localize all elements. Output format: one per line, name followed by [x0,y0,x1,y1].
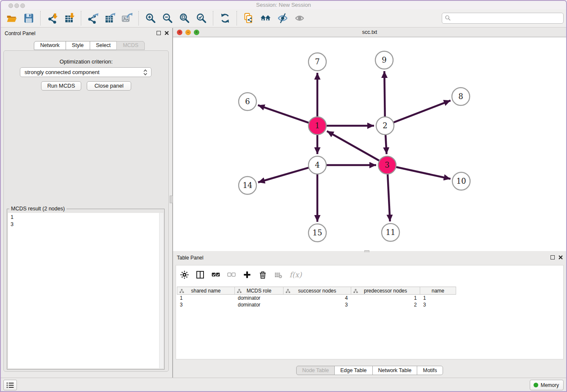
delete-column-button[interactable] [259,271,267,279]
graph-edge-3-11[interactable] [388,173,390,221]
show-task-history-button[interactable] [3,380,17,390]
column-header-MCDS-role[interactable]: MCDS role [235,287,284,295]
control-panel-tabs: NetworkStyleSelectMCDS [34,41,145,50]
column-header-name[interactable]: name [420,287,456,295]
zoom-in-button[interactable] [142,11,159,26]
graph-node-2[interactable]: 2 [376,117,394,135]
main-toolbar [0,9,567,28]
table-tab-edge-table[interactable]: Edge Table [334,366,372,375]
table-tabs: Node TableEdge TableNetwork TableMotifs [173,366,566,375]
import-table-from-file-button[interactable] [61,11,78,26]
graph-node-label-15: 15 [313,228,322,237]
table-cell[interactable]: 4 [284,295,351,301]
graph-node-4[interactable]: 4 [308,156,326,174]
table-cell[interactable]: 2 [351,301,420,308]
mcds-result-title: MCDS result (2 nodes) [9,206,66,212]
dropdown-stepper-icon [143,69,148,78]
table-cell[interactable]: dominator [235,301,284,308]
graph-node-label-7: 7 [315,57,319,66]
panel-divider-grip[interactable] [170,196,173,203]
memory-status-icon [534,383,538,387]
graph-node-8[interactable]: 8 [452,88,470,105]
column-header-successor-nodes[interactable]: successor nodes [284,287,351,295]
table-tab-motifs[interactable]: Motifs [417,366,443,375]
deselect-all-rows-button[interactable] [227,271,236,279]
new-network-from-selection-button[interactable] [240,11,257,26]
hide-selected-button[interactable] [274,11,291,26]
apply-preferred-layout-button[interactable] [217,11,234,26]
column-tree-icon [353,289,358,293]
graph-node-label-11: 11 [386,228,396,237]
graph-node-1[interactable]: 1 [308,117,326,135]
table-cell[interactable]: 3 [177,301,235,308]
table-cell[interactable]: 3 [284,301,351,308]
graph-edge-2-8[interactable] [393,100,451,123]
graph-edge-2-9[interactable] [384,71,385,118]
mcds-result-box: MCDS result (2 nodes) 1 3 [7,209,165,370]
select-first-neighbors-button[interactable] [257,11,274,26]
show-columns-button[interactable] [196,271,204,279]
float-table-panel-icon[interactable] [550,255,555,259]
graph-node-6[interactable]: 6 [239,93,256,110]
zoom-fit-content-button[interactable] [176,11,193,26]
toolbar-separator [81,11,82,25]
graph-node-label-9: 9 [382,55,386,64]
float-panel-icon[interactable] [157,31,161,35]
window-title: Session: New Session [0,2,567,8]
show-all-button [291,11,308,26]
zoom-out-button[interactable] [159,11,176,26]
mcds-result-scrollbar[interactable] [159,213,163,368]
table-cell[interactable]: 1 [177,295,235,301]
save-session-button[interactable] [20,11,37,26]
graph-edge-3-1[interactable] [327,131,380,161]
table-row-2[interactable]: 3dominator323 [177,301,456,308]
run-mcds-button[interactable]: Run MCDS [41,81,81,91]
close-panel-button[interactable]: Close panel [87,81,131,91]
export-table-button[interactable] [102,11,118,26]
select-all-rows-button[interactable] [212,271,220,279]
table-cell[interactable]: dominator [235,295,284,301]
import-network-from-file-button[interactable] [44,11,61,26]
mcds-result-textarea[interactable]: 1 3 [8,213,163,368]
status-bar: Memory [0,378,567,392]
graph-node-15[interactable]: 15 [308,224,326,242]
column-header-label: successor nodes [298,288,336,294]
close-panel-icon[interactable] [165,31,169,35]
graph-node-11[interactable]: 11 [382,224,399,241]
column-header-predecessor-nodes[interactable]: predecessor nodes [351,287,420,295]
table-tab-network-table[interactable]: Network Table [372,366,418,375]
table-tab-node-table[interactable]: Node Table [296,366,335,375]
add-column-button[interactable] [243,271,251,279]
open-file-button[interactable] [3,11,20,26]
graph-edge-1-6[interactable] [258,105,310,123]
graph-node-14[interactable]: 14 [239,177,256,194]
close-table-panel-icon[interactable] [559,255,563,259]
memory-button[interactable]: Memory [530,380,564,390]
control-tab-mcds[interactable]: MCDS [116,41,145,50]
control-tab-style[interactable]: Style [66,41,90,50]
graph-node-7[interactable]: 7 [308,53,326,71]
table-cell[interactable]: 1 [351,295,420,301]
zoom-selected-region-button[interactable] [193,11,210,26]
table-cell[interactable]: 1 [420,295,456,301]
control-tab-network[interactable]: Network [34,41,66,50]
table-mode-button[interactable] [180,271,189,279]
graph-edge-3-10[interactable] [395,167,451,179]
app-titlebar: Session: New Session [0,0,567,9]
table-cell[interactable]: 3 [420,301,456,308]
export-image-button[interactable] [118,11,135,26]
table-row-1[interactable]: 1dominator411 [177,295,456,301]
network-search-input[interactable] [442,13,564,24]
graph-edge-2-3[interactable] [385,134,387,154]
graph-node-9[interactable]: 9 [375,51,393,69]
criterion-dropdown[interactable]: strongly connected component [20,67,151,77]
graph-node-10[interactable]: 10 [452,172,470,190]
toolbar-separator [138,11,139,25]
graph-node-3[interactable]: 3 [378,156,396,174]
graph-edge-4-14[interactable] [258,167,310,182]
network-canvas[interactable]: 1234678910111415 [173,37,566,251]
column-header-label: shared name [191,288,220,294]
control-tab-select[interactable]: Select [90,41,117,50]
export-network-button[interactable] [85,11,102,26]
column-header-shared-name[interactable]: shared name [177,287,235,295]
